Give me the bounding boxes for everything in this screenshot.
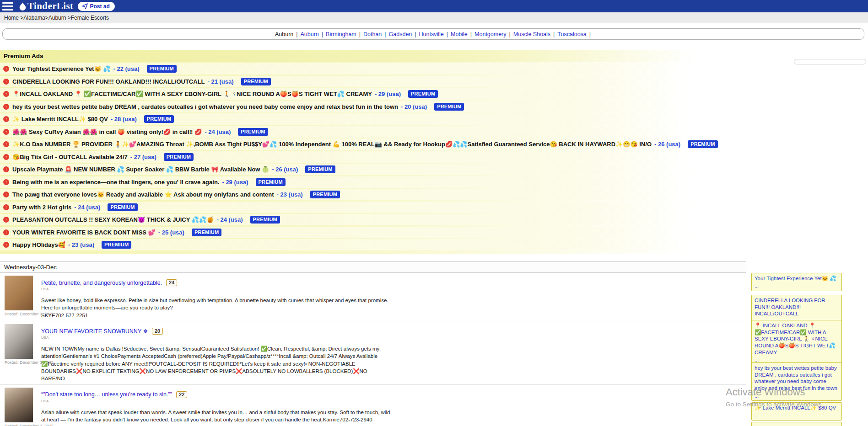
sidebar-ad-box[interactable] [751,422,842,426]
premium-ad-title: ✨ Lake Merritt INCALL✨ $80 QV [12,116,108,122]
premium-badge: PREMIUM [108,203,137,211]
premium-badge: PREMIUM [241,78,271,85]
sidebar-ad-box[interactable]: hey its your best wettes petite baby DRE… [751,362,842,401]
listing-title-link[interactable]: “"Don't stare too long… unless you're re… [41,391,172,398]
premium-ad-age: - 23 (usa) [68,241,94,248]
hamburger-menu-icon[interactable] [2,2,13,11]
listing-photo[interactable] [5,276,33,310]
up-arrow-icon: ↑ [3,242,9,248]
up-arrow-icon: ↑ [3,66,9,72]
listing-photo[interactable] [5,388,33,422]
listing-country: USA [41,399,393,403]
sidebar-ad-title: hey its your best wettes petite baby DRE… [755,365,839,392]
listing-posted-date: Posted: December 3, 2025 [5,360,38,365]
sidebar-ad-title: 📍 INCALL OAKLAND 📍 ✅FACETIME/CAR✅ WITH A… [755,322,839,356]
premium-ad-row[interactable]: ↑ ✨ Lake Merritt INCALL✨ $80 QV - 28 (us… [0,113,868,125]
sidebar-ad-box[interactable]: Your Tightest Experience Yet🐱 💦 ... [751,273,842,291]
premium-ad-row[interactable]: ↑ hey its your best wettes petite baby D… [0,101,868,112]
premium-ad-age: - 23 (usa) [277,191,303,198]
listing-description: Asian allure with curves that speak loud… [41,409,393,424]
premium-ad-age: - 24 (usa) [216,216,243,223]
premium-badge: PREMIUM [164,153,194,161]
premium-ad-title: The pawg that everyone loves🐱 Ready and … [12,191,274,198]
city-separator: | [509,31,511,37]
premium-ads-list: ↑ Your Tightest Experience Yet🐱 💦 - 22 (… [0,63,868,250]
post-ad-button[interactable]: Post ad [78,2,114,11]
city-link[interactable]: Huntsville [419,31,444,37]
premium-ad-title: Party with 2 Hot girls [12,204,71,211]
premium-ad-age: - 26 (usa) [272,166,298,173]
premium-ad-title: Happy HOlidays🥰 [12,241,65,248]
premium-ad-age: - 26 (usa) [654,141,680,148]
listing-description: Sweet like honey, bold like espresso. Pe… [41,297,393,319]
premium-ad-age: - 20 (usa) [401,103,427,110]
city-link[interactable]: Muscle Shoals [513,31,550,37]
city-link[interactable]: Montgomery [474,31,506,37]
city-link[interactable]: Gadsden [389,31,412,37]
listing-age-badge: 24 [166,279,177,286]
city-current: Auburn [275,31,293,37]
listing-title-link[interactable]: YOUR NEW FAVORITE SNOWBUNNY ❄ [41,328,148,335]
premium-ad-age: - 28 (usa) [111,116,137,122]
up-arrow-icon: ↑ [3,91,9,97]
premium-ad-age: - 21 (usa) [208,78,234,85]
flame-icon [19,2,27,11]
city-separator: | [470,31,472,37]
listing-title-link[interactable]: Petite, brunette, and dangerously unforg… [41,280,162,286]
up-arrow-icon: ↑ [3,79,9,85]
premium-badge: PREMIUM [310,191,340,198]
premium-ad-row[interactable]: ↑ CINDERELLA LOOKING FOR FUN!!! OAKLAND!… [0,76,868,87]
premium-badge: PREMIUM [256,178,286,186]
premium-ad-row[interactable]: ↑ Upscale Playmate 🚨 NEW NUMBER 💦 Super … [0,164,868,175]
up-arrow-icon: ↑ [3,229,9,235]
top-right-placeholder-box [794,59,866,64]
premium-badge: PREMIUM [408,90,438,98]
premium-ad-title: Being with me is an experience—one that … [12,179,219,186]
up-arrow-icon: ↑ [3,104,9,110]
premium-ad-row[interactable]: ↑ PLEASANTON OUTCALLS !! SEXY KOREAN😈 TH… [0,214,868,225]
premium-ad-row[interactable]: ↑ 😘Big Tits Girl - OUTCALL Available 24/… [0,151,868,163]
city-link[interactable]: Tuscaloosa [557,31,586,37]
premium-ad-row[interactable]: ↑ 📍INCALL OAKLAND 📍 ✅FACETIME/CAR✅ WITH … [0,88,868,100]
premium-ad-title: hey its your best wettes petite baby DRE… [12,103,398,110]
city-separator: | [589,31,591,37]
sidebar-ad-more: ... [755,393,839,399]
listing-age-badge: 20 [152,328,163,335]
brand-logo[interactable]: TinderList [19,0,73,12]
page: TinderList Post ad Home >Alabama>Auburn … [0,0,868,426]
city-separator: | [296,31,297,37]
premium-ad-row[interactable]: ↑ Party with 2 Hot girls - 24 (usa) PREM… [0,202,868,213]
premium-ad-row[interactable]: ↑ YOUR WINTER FAVORITE IS BACK DONT MISS… [0,227,868,238]
premium-ads-header: Premium Ads [0,50,868,62]
sidebar-ad-box[interactable]: 📍 INCALL OAKLAND 📍 ✅FACETIME/CAR✅ WITH A… [751,320,842,365]
listing-photo[interactable] [5,324,33,359]
city-separator: | [384,31,386,37]
breadcrumb[interactable]: Home >Alabama>Auburn >Female Escorts [0,12,868,23]
premium-ad-title: Your Tightest Experience Yet🐱 💦 [12,65,111,72]
premium-ad-title: 🌺🌺 Sexy CuRvy Asian 🌺🌺 in call 🍑 visitin… [12,128,202,135]
city-separator: | [553,31,555,37]
premium-ad-row[interactable]: ↑ The pawg that everyone loves🐱 Ready an… [0,189,868,200]
premium-ad-row[interactable]: ↑ Your Tightest Experience Yet🐱 💦 - 22 (… [0,63,868,75]
sidebar-ad-title: ✨ Lake Merritt INCALL✨ $80 QV [755,405,839,411]
up-arrow-icon: ↑ [3,217,9,223]
listing-item: Posted: December 3, 2025 Petite, brunett… [0,273,746,321]
sidebar-ad-box[interactable]: ✨ Lake Merritt INCALL✨ $80 QV ... [751,402,842,421]
premium-ad-age: - 24 (usa) [74,204,100,211]
city-link[interactable]: Birmingham [326,31,356,37]
city-link[interactable]: Auburn [301,31,319,37]
premium-ad-title: ✨K.O Daa NUMBER 🏆 PROVIDER 🧍✨💕AMAZING Th… [12,141,652,148]
premium-ad-row[interactable]: ↑ ✨K.O Daa NUMBER 🏆 PROVIDER 🧍✨💕AMAZING … [0,138,868,150]
premium-ad-title: 😘Big Tits Girl - OUTCALL Available 24/7 [12,154,128,160]
city-link[interactable]: Dothan [363,31,382,37]
city-separator: | [322,31,323,37]
premium-ad-row[interactable]: ↑ Happy HOlidays🥰 - 23 (usa) PREMIUM [0,239,868,250]
city-link[interactable]: Mobile [451,31,468,37]
premium-ad-row[interactable]: ↑ Being with me is an experience—one tha… [0,176,868,188]
premium-ads-section: Premium Ads ↑ Your Tightest Experience Y… [0,50,868,254]
listing-posted-date: Posted: December 3, 2025 [5,312,38,316]
premium-ad-age: - 29 (usa) [222,179,248,186]
premium-ad-age: - 22 (usa) [113,65,140,72]
premium-ad-row[interactable]: ↑ 🌺🌺 Sexy CuRvy Asian 🌺🌺 in call 🍑 visit… [0,126,868,138]
sidebar-ad-more: ... [755,283,839,289]
